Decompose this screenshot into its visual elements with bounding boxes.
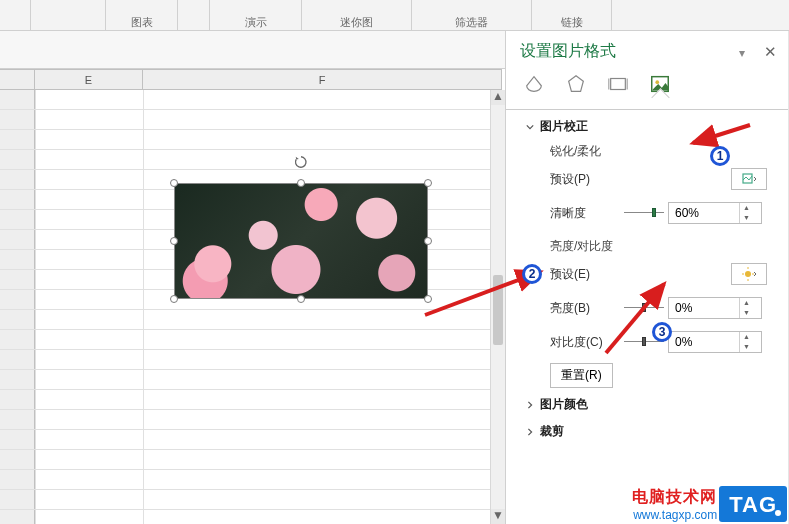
effects-icon[interactable] — [564, 72, 588, 96]
preset-p-label: 预设(P) — [550, 171, 731, 188]
gridline — [0, 330, 502, 350]
gridline — [0, 350, 502, 370]
gridline — [0, 130, 502, 150]
picture-icon[interactable] — [648, 72, 672, 96]
size-properties-icon[interactable] — [606, 72, 630, 96]
contrast-input[interactable] — [669, 334, 739, 350]
gridline — [0, 390, 502, 410]
resize-handle-t[interactable] — [297, 179, 305, 187]
pane-dropdown-icon[interactable]: ▾ — [739, 46, 751, 58]
section-picture-color[interactable]: 图片颜色 — [506, 390, 789, 417]
spin-up[interactable]: ▲ — [740, 332, 753, 342]
svg-point-4 — [655, 80, 659, 84]
reset-button[interactable]: 重置(R) — [550, 363, 613, 388]
annotation-badge-2: 2 — [522, 264, 542, 284]
gridline — [0, 90, 502, 110]
ribbon-label-chart: 图表 — [131, 15, 153, 30]
spin-down[interactable]: ▼ — [740, 308, 753, 318]
gridline — [0, 450, 502, 470]
ribbon-group-blank2 — [31, 0, 106, 30]
pane-category-icons — [506, 68, 789, 104]
preset-p-button[interactable] — [731, 168, 767, 190]
svg-point-6 — [745, 271, 751, 277]
contrast-spinner[interactable]: ▲▼ — [668, 331, 762, 353]
pane-title: 设置图片格式 — [520, 41, 739, 62]
picture-content — [174, 183, 428, 299]
ribbon-group-link[interactable]: 链接 — [532, 0, 612, 30]
gridline — [0, 410, 502, 430]
svg-rect-0 — [611, 79, 626, 90]
gridline — [0, 110, 502, 130]
pane-header: 设置图片格式 ▾ ✕ — [506, 31, 789, 68]
watermark-line1: 电脑技术网 — [632, 487, 717, 508]
fill-line-icon[interactable] — [522, 72, 546, 96]
inserted-picture[interactable] — [174, 183, 428, 299]
ribbon-label-filter: 筛选器 — [455, 15, 488, 30]
sharpness-spinner[interactable]: ▲▼ — [668, 202, 762, 224]
subheading-brightness-contrast: 亮度/对比度 — [526, 230, 775, 257]
select-all-corner[interactable] — [0, 70, 35, 89]
formula-bar[interactable] — [0, 31, 505, 69]
column-headers: E F — [0, 69, 502, 90]
ribbon-group-small — [178, 0, 210, 30]
resize-handle-tl[interactable] — [170, 179, 178, 187]
watermark-tag: TAG — [719, 486, 787, 522]
section-title-crop: 裁剪 — [540, 423, 564, 440]
resize-handle-r[interactable] — [424, 237, 432, 245]
spin-down[interactable]: ▼ — [740, 342, 753, 352]
ribbon-label-spark: 迷你图 — [340, 15, 373, 30]
preset-e-button[interactable] — [731, 263, 767, 285]
resize-handle-tr[interactable] — [424, 179, 432, 187]
svg-line-11 — [693, 125, 750, 143]
ribbon-label-link: 链接 — [561, 15, 583, 30]
col-header-f[interactable]: F — [143, 70, 502, 89]
ribbon: 图表 演示 迷你图 筛选器 链接 — [0, 0, 789, 31]
annotation-badge-1: 1 — [710, 146, 730, 166]
ribbon-group-chart[interactable]: 图表 — [106, 0, 178, 30]
ribbon-group-spark[interactable]: 迷你图 — [302, 0, 412, 30]
section-title-text: 图片校正 — [540, 118, 588, 135]
gridline — [0, 370, 502, 390]
spin-up[interactable]: ▲ — [740, 203, 753, 213]
sharpness-input[interactable] — [669, 205, 739, 221]
sharpness-slider[interactable] — [624, 209, 664, 217]
spin-up[interactable]: ▲ — [740, 298, 753, 308]
svg-line-13 — [606, 284, 664, 353]
annotation-badge-3: 3 — [652, 322, 672, 342]
section-title-color: 图片颜色 — [540, 396, 588, 413]
brightness-input[interactable] — [669, 300, 739, 316]
preset-p-row: 预设(P) — [526, 162, 775, 196]
resize-handle-bl[interactable] — [170, 295, 178, 303]
watermark-line2: www.tagxp.com — [633, 508, 717, 522]
brightness-spinner[interactable]: ▲▼ — [668, 297, 762, 319]
sharpness-row: 清晰度 ▲▼ — [526, 196, 775, 230]
col-header-e[interactable]: E — [35, 70, 143, 89]
scroll-down-button[interactable]: ▼ — [491, 509, 505, 524]
spin-down[interactable]: ▼ — [740, 213, 753, 223]
rotate-handle[interactable] — [294, 155, 308, 169]
annotation-arrow-3 — [586, 278, 676, 358]
sharpness-label: 清晰度 — [550, 205, 620, 222]
watermark: 电脑技术网 www.tagxp.com TAG — [632, 486, 787, 522]
gridline — [0, 490, 502, 510]
scroll-up-button[interactable]: ▲ — [491, 90, 505, 105]
ribbon-group-filter[interactable]: 筛选器 — [412, 0, 532, 30]
resize-handle-b[interactable] — [297, 295, 305, 303]
gridline — [0, 470, 502, 490]
gridline — [0, 430, 502, 450]
resize-handle-l[interactable] — [170, 237, 178, 245]
ribbon-group-demo[interactable]: 演示 — [210, 0, 302, 30]
ribbon-label-demo: 演示 — [245, 15, 267, 30]
gridline — [0, 150, 502, 170]
ribbon-group-blank1 — [0, 0, 31, 30]
section-crop[interactable]: 裁剪 — [506, 417, 789, 444]
close-icon[interactable]: ✕ — [763, 45, 777, 59]
